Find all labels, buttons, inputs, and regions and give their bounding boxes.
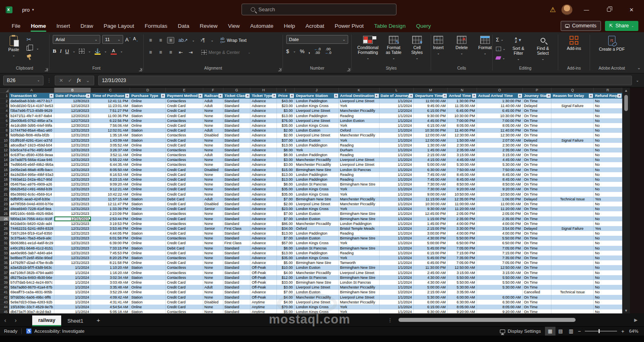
cell[interactable]: 8:05:00 AM: [477, 305, 523, 309]
cell[interactable]: $12.00: [277, 275, 295, 280]
cell[interactable]: York: [339, 309, 380, 313]
row-header-43[interactable]: 43: [0, 300, 9, 305]
cell[interactable]: Advance: [250, 167, 277, 172]
cell[interactable]: [551, 167, 594, 172]
cell[interactable]: Online: [130, 251, 166, 255]
cell[interactable]: 7:15:00 PM: [448, 251, 477, 255]
cell[interactable]: 4:31:41 AM: [91, 300, 130, 305]
cell[interactable]: 5:00:00 PM: [414, 241, 448, 245]
number-dialog-launcher[interactable]: [347, 68, 350, 71]
cell[interactable]: 1/1/2024: [380, 123, 414, 128]
cell[interactable]: 7:00:00 PM: [477, 118, 523, 123]
cell[interactable]: $13.00: [277, 143, 295, 148]
menu-tab-help[interactable]: Help: [279, 21, 300, 31]
row-header-9[interactable]: 9: [0, 133, 9, 138]
cell[interactable]: Disabled: [203, 133, 223, 138]
cell[interactable]: None: [203, 143, 223, 148]
cell[interactable]: On Time: [523, 300, 552, 305]
menu-tab-table-design[interactable]: Table Design: [369, 21, 411, 31]
cell[interactable]: London Euston: [295, 138, 339, 143]
cell[interactable]: London St Pancras: [339, 280, 380, 285]
cell[interactable]: 8:16:53 AM: [91, 172, 130, 177]
cell[interactable]: [477, 290, 523, 295]
cell[interactable]: 1/1/2024: [380, 251, 414, 255]
cell[interactable]: Off-Peak: [250, 280, 277, 285]
cell[interactable]: On Time: [523, 133, 552, 138]
cell[interactable]: Station: [130, 295, 166, 300]
cell[interactable]: Senior: [203, 226, 223, 231]
cell[interactable]: 12/31/2023: [54, 206, 91, 211]
cell[interactable]: a478f358-044d-4000-b70e: [9, 202, 54, 206]
cell[interactable]: London Euston: [295, 290, 339, 295]
table-header-cell[interactable]: Time of Purchase▼: [91, 93, 130, 99]
cell[interactable]: 7:35:00 PM: [477, 255, 523, 260]
cell[interactable]: Standard: [223, 99, 251, 103]
row-header-22[interactable]: 22: [0, 197, 9, 202]
increase-indent-button[interactable]: ⇥: [187, 49, 194, 55]
cell[interactable]: 9:45:00 AM: [414, 103, 448, 108]
cell[interactable]: Standard: [223, 251, 251, 255]
cell[interactable]: Advance: [250, 197, 277, 202]
scroll-right-icon[interactable]: ▶: [634, 317, 638, 323]
cell[interactable]: Oxford: [295, 226, 339, 231]
cell[interactable]: No: [594, 133, 622, 138]
cell[interactable]: Credit Card: [166, 143, 203, 148]
cell[interactable]: None: [203, 260, 223, 265]
cell[interactable]: 1/1/2024: [54, 285, 91, 290]
cell[interactable]: $5.00: [277, 309, 295, 313]
cell[interactable]: 1/1/2024: [380, 128, 414, 133]
cell[interactable]: $7.00: [277, 290, 295, 295]
cell[interactable]: 8:21:58 PM: [91, 260, 130, 265]
cell[interactable]: Birmingham New Stre: [339, 182, 380, 187]
cell[interactable]: [551, 123, 594, 128]
cell[interactable]: 6:01:58 PM: [91, 236, 130, 241]
cell[interactable]: 1/1/2024: [380, 285, 414, 290]
cell[interactable]: 6b62b452-c491-468d-b39: [9, 187, 54, 192]
cell[interactable]: No: [594, 167, 622, 172]
filter-button[interactable]: ▼: [518, 94, 522, 98]
cell[interactable]: Credit Card: [166, 280, 203, 285]
cell[interactable]: On Time: [523, 167, 552, 172]
fill-color-button[interactable]: ⚓: [95, 48, 101, 54]
cell[interactable]: Liverpool Lime Street: [339, 270, 380, 275]
cell[interactable]: 4:30:00 PM: [414, 236, 448, 241]
cell[interactable]: London Paddington: [295, 152, 339, 157]
cell[interactable]: Manchester Piccadilly: [295, 157, 339, 162]
cell[interactable]: 1/1/2024: [380, 143, 414, 148]
cell[interactable]: 11:00:00 AM: [414, 99, 448, 103]
cell[interactable]: Technical Issue: [551, 290, 594, 295]
cell[interactable]: $7.00: [277, 211, 295, 216]
cell[interactable]: London Paddington: [295, 99, 339, 103]
add-ins-button[interactable]: Add-ins: [564, 35, 584, 52]
excel-app-icon[interactable]: x: [6, 6, 12, 13]
cell[interactable]: Manchester Piccadilly: [339, 133, 380, 138]
increase-decimal-button[interactable]: ←.0.00: [314, 47, 321, 55]
cell[interactable]: None: [203, 270, 223, 275]
cell[interactable]: York: [339, 241, 380, 245]
cell[interactable]: b0cdd1b0-f214-4197-be53: [9, 103, 54, 108]
row-header-4[interactable]: 4: [0, 108, 9, 113]
cell[interactable]: 7:30:00 AM: [414, 187, 448, 192]
delete-cells-button[interactable]: Delete⌄: [451, 35, 472, 57]
cell[interactable]: [551, 152, 594, 157]
cell[interactable]: 5:50:00 AM: [477, 275, 523, 280]
cell[interactable]: 10:30:00 PM: [414, 128, 448, 133]
cell[interactable]: 9:30:00 PM: [414, 113, 448, 118]
row-header-3[interactable]: 3: [0, 103, 9, 108]
cell[interactable]: 4:45:00 AM: [477, 157, 523, 162]
cell[interactable]: Credit Card: [166, 172, 203, 177]
cell[interactable]: d8275e2a-8493-4b30-b6e: [9, 275, 54, 280]
cell[interactable]: 11:40:00 AM: [477, 103, 523, 108]
cell[interactable]: On Time: [523, 236, 552, 241]
cell[interactable]: 4:30:00 AM: [414, 280, 448, 285]
cell[interactable]: Advance: [250, 143, 277, 148]
cell[interactable]: [551, 113, 594, 118]
cell[interactable]: 6c63f7ac-d590-4356-9eaa: [9, 152, 54, 157]
cell[interactable]: a3a42b1b-bf7f-43d9-b63c: [9, 265, 54, 270]
clear-button[interactable]: ⌄: [496, 54, 506, 62]
cell[interactable]: London St Pancras: [295, 182, 339, 187]
cell[interactable]: No: [594, 162, 622, 167]
cell[interactable]: 12:35:00 PM: [448, 197, 477, 202]
cell[interactable]: On Time: [523, 148, 552, 152]
cell[interactable]: 5b0638b1-ee1d-4a6f-8c29: [9, 241, 54, 245]
